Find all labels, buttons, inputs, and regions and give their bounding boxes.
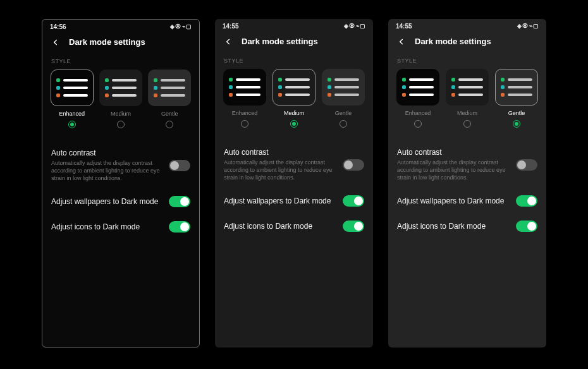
style-radio[interactable] [241,120,248,128]
wallpapers-label: Adjust wallpapers to Dark mode [224,197,338,205]
style-label: Enhanced [232,110,258,116]
style-swatch-medium [273,69,315,106]
style-gentle[interactable]: Gentle [147,70,193,128]
status-bar: 14:55 ◈ ⦿ ⌁ ▢ [388,19,546,33]
clock: 14:55 [396,23,412,30]
settings-list: Auto contrast Automatically adjust the d… [388,128,546,237]
style-label: Gentle [508,110,525,116]
style-label: Enhanced [405,110,431,116]
style-swatch-medium [99,70,142,106]
style-medium[interactable]: Medium [271,69,317,128]
style-section-label: STYLE [388,55,546,69]
style-medium[interactable]: Medium [97,70,144,128]
style-options: Enhanced Medium Gentle [42,70,199,128]
icons-toggle[interactable] [516,221,537,232]
auto-contrast-row[interactable]: Auto contrast Automatically adjust the d… [51,143,190,187]
status-bar: 14:56 ◈ ⦿ ⌁ ▢ [42,20,199,33]
clock: 14:55 [223,23,239,30]
auto-contrast-desc: Automatically adjust the display contras… [397,159,511,181]
style-swatch-medium [446,69,489,106]
back-icon[interactable] [224,37,233,46]
style-swatch-enhanced [396,69,439,106]
style-swatch-gentle [495,69,538,106]
style-radio[interactable] [513,120,520,128]
auto-contrast-desc: Automatically adjust the display contras… [224,159,338,181]
icons-row[interactable]: Adjust icons to Dark mode [397,215,537,237]
auto-contrast-title: Auto contrast [51,148,164,157]
style-radio[interactable] [290,120,298,128]
style-swatch-enhanced [51,70,94,106]
phone-enhanced: 14:56 ◈ ⦿ ⌁ ▢ Dark mode settings STYLE E… [42,19,200,348]
page-title: Dark mode settings [242,37,318,46]
settings-list: Auto contrast Automatically adjust the d… [215,128,373,237]
status-icons: ◈ ⦿ ⌁ ▢ [170,23,192,30]
style-medium[interactable]: Medium [444,69,491,128]
icons-toggle[interactable] [343,221,364,232]
style-options: Enhanced Medium Gentle [388,69,546,128]
icons-toggle[interactable] [169,221,190,233]
auto-contrast-row[interactable]: Auto contrast Automatically adjust the d… [397,143,537,186]
status-icons: ◈ ⦿ ⌁ ▢ [344,23,365,29]
style-gentle[interactable]: Gentle [493,69,540,128]
settings-list: Auto contrast Automatically adjust the d… [42,128,199,238]
style-label: Medium [284,110,304,116]
title-bar: Dark mode settings [215,33,373,55]
icons-row[interactable]: Adjust icons to Dark mode [51,216,190,238]
wallpapers-row[interactable]: Adjust wallpapers to Dark mode [397,190,537,212]
wallpapers-label: Adjust wallpapers to Dark mode [51,197,164,206]
page-title: Dark mode settings [415,37,491,46]
phone-medium: 14:55 ◈ ⦿ ⌁ ▢ Dark mode settings STYLE E… [215,19,373,348]
style-gentle[interactable]: Gentle [320,69,367,128]
wallpapers-label: Adjust wallpapers to Dark mode [397,197,511,205]
clock: 14:56 [50,23,66,30]
wallpapers-toggle[interactable] [343,195,364,207]
title-bar: Dark mode settings [388,33,546,55]
auto-contrast-toggle[interactable] [343,159,364,171]
style-label: Enhanced [59,111,85,117]
status-bar: 14:55 ◈ ⦿ ⌁ ▢ [215,19,373,33]
wallpapers-row[interactable]: Adjust wallpapers to Dark mode [224,190,364,212]
icons-label: Adjust icons to Dark mode [51,222,164,231]
back-icon[interactable] [397,37,406,46]
wallpapers-toggle[interactable] [516,195,537,207]
style-enhanced[interactable]: Enhanced [221,69,268,128]
style-label: Gentle [161,111,178,117]
auto-contrast-toggle[interactable] [516,159,537,171]
style-radio[interactable] [68,121,76,128]
style-enhanced[interactable]: Enhanced [395,69,441,128]
style-section-label: STYLE [42,56,199,70]
auto-contrast-title: Auto contrast [224,148,338,157]
back-icon[interactable] [51,38,60,47]
auto-contrast-row[interactable]: Auto contrast Automatically adjust the d… [224,143,364,186]
style-swatch-enhanced [223,69,266,106]
wallpapers-row[interactable]: Adjust wallpapers to Dark mode [51,191,190,212]
style-radio[interactable] [463,120,471,128]
style-label: Gentle [335,110,352,116]
style-radio[interactable] [166,121,173,128]
phone-gentle: 14:55 ◈ ⦿ ⌁ ▢ Dark mode settings STYLE E… [388,19,546,348]
style-radio[interactable] [340,120,347,128]
style-swatch-gentle [322,69,365,106]
status-icons: ◈ ⦿ ⌁ ▢ [517,23,539,29]
icons-row[interactable]: Adjust icons to Dark mode [224,215,364,237]
style-label: Medium [111,111,131,117]
style-section-label: STYLE [215,55,373,69]
style-enhanced[interactable]: Enhanced [49,70,95,128]
style-radio[interactable] [117,121,125,128]
wallpapers-toggle[interactable] [169,196,190,207]
style-radio[interactable] [414,120,422,128]
style-options: Enhanced Medium Gentle [215,69,373,128]
auto-contrast-desc: Automatically adjust the display contras… [51,159,164,182]
auto-contrast-title: Auto contrast [397,148,511,157]
style-label: Medium [457,110,477,116]
page-title: Dark mode settings [69,37,145,47]
style-swatch-gentle [148,70,191,106]
auto-contrast-toggle[interactable] [169,160,190,171]
icons-label: Adjust icons to Dark mode [397,222,511,231]
title-bar: Dark mode settings [42,33,199,56]
icons-label: Adjust icons to Dark mode [224,222,338,231]
